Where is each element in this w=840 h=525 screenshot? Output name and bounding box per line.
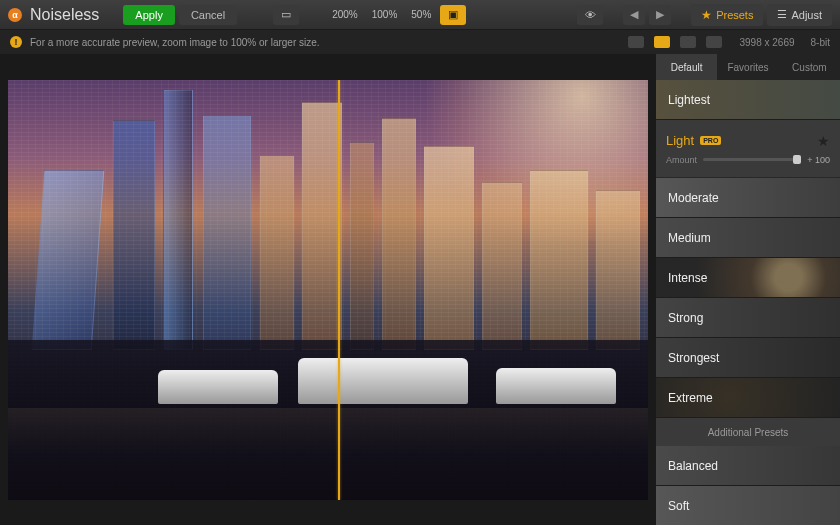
view-mode-single[interactable] [628, 36, 644, 48]
preview-image [8, 80, 648, 500]
tab-custom[interactable]: Custom [779, 54, 840, 80]
preset-label: Soft [668, 499, 689, 513]
amount-value: + 100 [807, 155, 830, 165]
preset-tabs: Default Favorites Custom [656, 54, 840, 80]
adjust-label: Adjust [791, 9, 822, 21]
preset-label: Moderate [668, 191, 719, 205]
preset-label: Intense [668, 271, 707, 285]
preset-extreme[interactable]: Extreme [656, 378, 840, 418]
sliders-icon: ☰ [777, 8, 787, 21]
preset-moderate[interactable]: Moderate [656, 178, 840, 218]
slider-thumb[interactable] [793, 155, 801, 164]
presets-panel-button[interactable]: ★Presets [691, 4, 763, 26]
warning-icon: ! [10, 36, 22, 48]
top-toolbar: α Noiseless Apply Cancel ▭ 200% 100% 50%… [0, 0, 840, 30]
warning-text: For a more accurate preview, zoom image … [30, 37, 619, 48]
app-title: Noiseless [30, 6, 99, 24]
app-logo-icon: α [8, 8, 22, 22]
next-image-button[interactable]: ▶ [649, 5, 671, 25]
presets-label: Presets [716, 9, 753, 21]
amount-slider[interactable] [703, 158, 801, 161]
view-mode-side[interactable] [680, 36, 696, 48]
main-area: Default Favorites Custom Lightest Light … [0, 54, 840, 525]
prev-image-button[interactable]: ◀ [623, 5, 645, 25]
zoom-100-button[interactable]: 100% [367, 9, 403, 20]
preset-strongest[interactable]: Strongest [656, 338, 840, 378]
preset-label: Balanced [668, 459, 718, 473]
crop-icon[interactable]: ▭ [273, 5, 299, 25]
fit-screen-icon[interactable]: ▣ [440, 5, 466, 25]
zoom-200-button[interactable]: 200% [327, 9, 363, 20]
adjust-panel-button[interactable]: ☰Adjust [767, 4, 832, 26]
image-dimensions: 3998 x 2669 [739, 37, 794, 48]
preset-label: Strong [668, 311, 703, 325]
preset-lightest[interactable]: Lightest [656, 80, 840, 120]
pro-badge: PRO [700, 136, 721, 145]
presets-sidebar: Default Favorites Custom Lightest Light … [656, 54, 840, 525]
preset-label: Light [666, 133, 694, 148]
zoom-50-button[interactable]: 50% [406, 9, 436, 20]
preset-balanced[interactable]: Balanced [656, 446, 840, 486]
preview-eye-icon[interactable]: 👁 [577, 5, 603, 25]
amount-label: Amount [666, 155, 697, 165]
image-bitdepth: 8-bit [811, 37, 830, 48]
image-viewer[interactable] [0, 54, 656, 525]
preset-soft[interactable]: Soft [656, 486, 840, 525]
tab-favorites[interactable]: Favorites [717, 54, 778, 80]
preset-light-selected[interactable]: Light PRO ★ Amount + 100 [656, 120, 840, 178]
preset-intense[interactable]: Intense [656, 258, 840, 298]
preset-medium[interactable]: Medium [656, 218, 840, 258]
star-icon: ★ [701, 8, 712, 22]
preset-label: Medium [668, 231, 711, 245]
tab-default[interactable]: Default [656, 54, 717, 80]
info-bar: ! For a more accurate preview, zoom imag… [0, 30, 840, 54]
preset-label: Strongest [668, 351, 719, 365]
additional-presets-header: Additional Presets [656, 418, 840, 446]
view-mode-split[interactable] [654, 36, 670, 48]
cancel-button[interactable]: Cancel [179, 5, 237, 25]
preset-label: Lightest [668, 93, 710, 107]
view-mode-grid[interactable] [706, 36, 722, 48]
favorite-star-icon[interactable]: ★ [817, 133, 830, 149]
presets-list: Lightest Light PRO ★ Amount + 100 Modera… [656, 80, 840, 525]
apply-button[interactable]: Apply [123, 5, 175, 25]
compare-divider[interactable] [338, 80, 340, 500]
preset-label: Extreme [668, 391, 713, 405]
preset-strong[interactable]: Strong [656, 298, 840, 338]
